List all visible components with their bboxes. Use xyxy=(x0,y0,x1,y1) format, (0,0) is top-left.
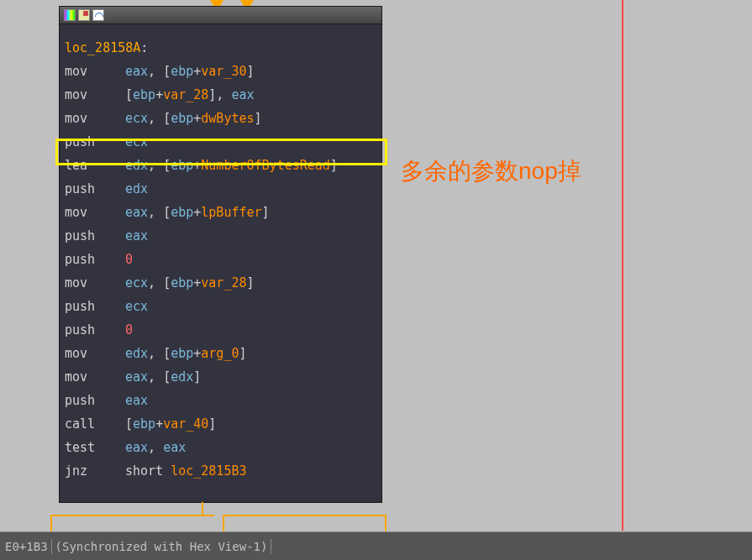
status-sync: (Synchronized with Hex View-1) xyxy=(52,539,272,554)
graph-icon[interactable] xyxy=(92,9,104,21)
node-toolbar xyxy=(60,7,381,24)
flow-connectors xyxy=(50,502,387,531)
status-bar: E0+1B3 (Synchronized with Hex View-1) xyxy=(0,531,752,560)
graph-edge-red xyxy=(622,0,623,531)
edit-icon[interactable] xyxy=(78,9,90,21)
disasm-node[interactable]: loc_28158A:moveax, [ebp+var_30]mov[ebp+v… xyxy=(59,6,382,503)
status-offset: E0+1B3 xyxy=(2,539,52,554)
color-palette-icon[interactable] xyxy=(64,9,76,21)
disasm-text[interactable]: loc_28158A:moveax, [ebp+var_30]mov[ebp+v… xyxy=(60,24,381,488)
annotation-text: 多余的参数nop掉 xyxy=(401,155,581,187)
